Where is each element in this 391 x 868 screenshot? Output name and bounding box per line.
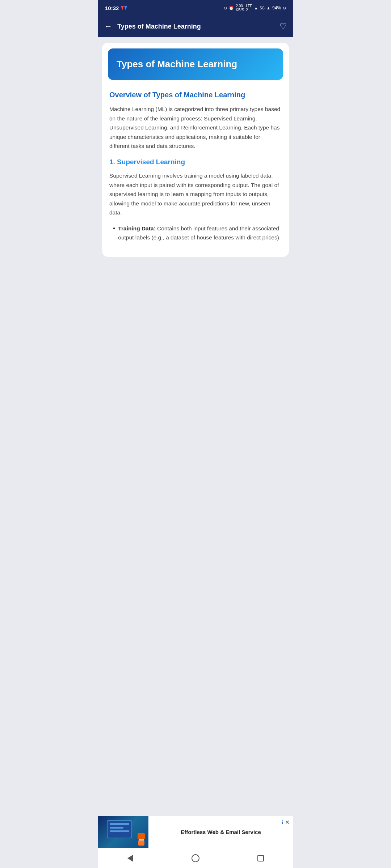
overview-heading: Overview of Types of Machine Learning xyxy=(109,90,282,99)
5g-icon: 5G xyxy=(260,6,265,10)
page-title: Types of Machine Learning xyxy=(117,23,279,30)
article-card: Types of Machine Learning Overview of Ty… xyxy=(102,43,289,257)
lte-icon: LTE2 xyxy=(246,4,252,12)
bullet-label: Training Data: xyxy=(118,225,155,231)
toolbar: ← Types of Machine Learning ♡ xyxy=(98,16,293,37)
hero-title: Types of Machine Learning xyxy=(117,59,274,70)
overview-text: Machine Learning (ML) is categorized int… xyxy=(109,105,282,151)
bullet-list: • Training Data: Contains both input fea… xyxy=(109,224,282,242)
bullet-training-data: Training Data: Contains both input featu… xyxy=(118,224,282,242)
supervised-text: Supervised Learning involves training a … xyxy=(109,171,282,217)
content-area: Types of Machine Learning Overview of Ty… xyxy=(98,37,293,263)
back-button[interactable]: ← xyxy=(104,22,112,31)
article-body: Overview of Types of Machine Learning Ma… xyxy=(102,83,289,250)
signal-icon: ▲ xyxy=(254,6,258,10)
supervised-heading: 1. Supervised Learning xyxy=(109,158,282,166)
list-item: • Training Data: Contains both input fea… xyxy=(113,224,282,242)
do-not-disturb-icon: ⊖ xyxy=(224,6,227,10)
status-time: 10:32 xyxy=(105,5,127,11)
battery-icon: ⊙ xyxy=(283,6,286,10)
alarm-icon: ⏰ xyxy=(229,6,234,10)
signal-strength-icon: ▲ xyxy=(266,6,270,10)
hero-banner: Types of Machine Learning xyxy=(108,48,283,80)
clock-display: 10:32 xyxy=(105,5,119,11)
status-icons: ⊖ ⏰ 2.00KB/S LTE2 ▲ 5G ▲ 94% ⊙ xyxy=(224,4,286,12)
favorite-button[interactable]: ♡ xyxy=(279,22,287,31)
status-bar: 10:32 ⊖ ⏰ 2.00KB/S LTE2 ▲ 5G ▲ 94% ⊙ xyxy=(98,0,293,16)
bullet-dot-icon: • xyxy=(113,224,115,234)
battery-display: 94% xyxy=(272,5,281,10)
app-icon xyxy=(121,6,127,10)
data-speed-icon: 2.00KB/S xyxy=(236,4,244,12)
